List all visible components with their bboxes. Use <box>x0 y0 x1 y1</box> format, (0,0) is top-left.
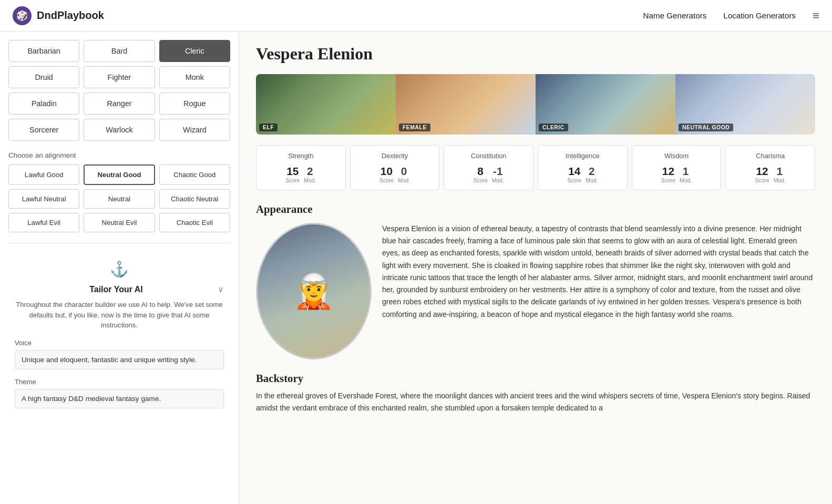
theme-input[interactable] <box>15 389 224 408</box>
stat-mod-label-strength: Mod. <box>304 178 316 183</box>
align-btn-chaotic-neutral[interactable]: Chaotic Neutral <box>159 189 230 209</box>
main-layout: BarbarianBardClericDruidFighterMonkPalad… <box>0 32 832 504</box>
stat-name-wisdom: Wisdom <box>636 152 717 160</box>
nav-location-generators[interactable]: Location Generators <box>723 11 796 20</box>
stat-mod-constitution: -1 <box>493 165 503 178</box>
image-badge-female-img: FEMALE <box>399 124 430 131</box>
theme-label: Theme <box>15 378 224 386</box>
class-btn-barbarian[interactable]: Barbarian <box>8 40 79 62</box>
appearance-section: Appearance 🧝 Vespera Elenion is a vision… <box>256 203 815 359</box>
stat-mod-label-intelligence: Mod. <box>586 178 598 183</box>
class-btn-druid[interactable]: Druid <box>8 66 79 88</box>
stat-score-constitution: 8 <box>477 165 484 178</box>
stat-card-dexterity: Dexterity10Score0Mod. <box>350 145 440 190</box>
image-badge-neutral-good-img: NEUTRAL GOOD <box>679 124 733 131</box>
stat-score-strength: 15 <box>286 165 299 178</box>
main-content: Vespera Elenion ELFFEMALECLERICNEUTRAL G… <box>239 32 832 504</box>
sidebar: BarbarianBardClericDruidFighterMonkPalad… <box>0 32 239 504</box>
backstory-section: Backstory In the ethereal groves of Ever… <box>256 372 815 414</box>
alignment-section: Choose an alignment Lawful GoodNeutral G… <box>8 151 230 232</box>
voice-label: Voice <box>15 339 224 347</box>
image-card-elf-img: ELF <box>256 74 396 135</box>
backstory-title: Backstory <box>256 372 815 385</box>
appearance-inner: 🧝 Vespera Elenion is a vision of etherea… <box>256 223 815 359</box>
class-btn-wizard[interactable]: Wizard <box>159 119 230 141</box>
align-btn-neutral-good[interactable]: Neutral Good <box>84 164 155 185</box>
stat-score-label-wisdom: Score <box>661 178 675 183</box>
image-card-female-img: FEMALE <box>396 74 536 135</box>
align-btn-neutral-evil[interactable]: Neutral Evil <box>84 213 155 232</box>
appearance-title: Appearance <box>256 203 815 215</box>
align-btn-lawful-neutral[interactable]: Lawful Neutral <box>8 189 79 209</box>
class-btn-ranger[interactable]: Ranger <box>84 92 155 115</box>
image-card-cleric-img: CLERIC <box>536 74 675 135</box>
stat-score-label-intelligence: Score <box>567 178 581 183</box>
alignment-label: Choose an alignment <box>8 151 230 159</box>
class-btn-fighter[interactable]: Fighter <box>84 66 155 88</box>
align-btn-chaotic-evil[interactable]: Chaotic Evil <box>159 213 230 232</box>
stat-name-dexterity: Dexterity <box>355 152 435 160</box>
align-btn-chaotic-good[interactable]: Chaotic Good <box>159 164 230 185</box>
stat-mod-strength: 2 <box>307 165 313 178</box>
stat-score-charisma: 12 <box>756 165 768 178</box>
navbar: 🎲 DndPlaybook Name Generators Location G… <box>0 0 832 32</box>
image-badge-elf-img: ELF <box>259 124 278 131</box>
align-btn-lawful-evil[interactable]: Lawful Evil <box>8 213 79 232</box>
stat-card-constitution: Constitution8Score-1Mod. <box>444 145 533 190</box>
stats-row: Strength15Score2Mod.Dexterity10Score0Mod… <box>256 145 815 190</box>
class-btn-rogue[interactable]: Rogue <box>159 92 230 115</box>
stat-mod-charisma: 1 <box>776 165 783 178</box>
ai-icon: ⚓ <box>15 260 224 278</box>
stat-name-charisma: Charisma <box>730 152 810 160</box>
align-btn-lawful-good[interactable]: Lawful Good <box>8 164 79 185</box>
tailor-description: Throughout the character builder we use … <box>15 300 224 331</box>
appearance-portrait: 🧝 <box>256 223 372 359</box>
stat-card-intelligence: Intelligence14Score2Mod. <box>538 145 628 190</box>
brand-icon: 🎲 <box>13 6 32 25</box>
image-card-neutral-good-img: NEUTRAL GOOD <box>675 74 815 135</box>
stat-card-strength: Strength15Score2Mod. <box>256 145 346 190</box>
image-cards: ELFFEMALECLERICNEUTRAL GOOD <box>256 74 815 135</box>
stat-score-label-dexterity: Score <box>379 178 394 183</box>
class-btn-sorcerer[interactable]: Sorcerer <box>8 119 79 141</box>
appearance-text: Vespera Elenion is a vision of ethereal … <box>382 223 815 359</box>
image-badge-cleric-img: CLERIC <box>539 124 568 131</box>
stat-mod-label-wisdom: Mod. <box>680 178 692 183</box>
class-btn-bard[interactable]: Bard <box>84 40 155 62</box>
stat-mod-dexterity: 0 <box>401 165 407 178</box>
tailor-section: ⚓ Tailor Your AI ∨ Throughout the charac… <box>8 254 230 423</box>
character-name: Vespera Elenion <box>256 44 815 64</box>
stat-name-intelligence: Intelligence <box>542 152 623 160</box>
stat-score-wisdom: 12 <box>662 165 674 178</box>
align-btn-neutral[interactable]: Neutral <box>84 189 155 209</box>
class-btn-monk[interactable]: Monk <box>159 66 230 88</box>
stat-score-label-constitution: Score <box>474 178 488 183</box>
voice-input[interactable] <box>15 350 224 369</box>
stat-mod-intelligence: 2 <box>589 165 595 178</box>
navbar-links: Name Generators Location Generators ≡ <box>643 9 819 23</box>
class-btn-warlock[interactable]: Warlock <box>84 119 155 141</box>
stat-score-label-charisma: Score <box>755 178 769 183</box>
hamburger-menu[interactable]: ≡ <box>813 9 819 23</box>
class-grid: BarbarianBardClericDruidFighterMonkPalad… <box>8 40 230 141</box>
stat-name-constitution: Constitution <box>448 152 529 160</box>
brand-name: DndPlaybook <box>37 9 104 22</box>
backstory-text: In the ethereal groves of Evershade Fore… <box>256 390 815 414</box>
stat-mod-wisdom: 1 <box>683 165 689 178</box>
stat-mod-label-charisma: Mod. <box>774 178 786 183</box>
class-btn-paladin[interactable]: Paladin <box>8 92 79 115</box>
tailor-chevron-icon[interactable]: ∨ <box>218 284 224 294</box>
alignment-grid: Lawful GoodNeutral GoodChaotic GoodLawfu… <box>8 164 230 232</box>
class-btn-cleric[interactable]: Cleric <box>159 40 230 62</box>
stat-card-charisma: Charisma12Score1Mod. <box>725 145 815 190</box>
stat-score-intelligence: 14 <box>568 165 580 178</box>
stat-score-label-strength: Score <box>285 178 300 183</box>
tailor-header: Tailor Your AI ∨ <box>15 284 224 294</box>
tailor-title: Tailor Your AI <box>15 285 218 294</box>
brand: 🎲 DndPlaybook <box>13 6 104 25</box>
stat-score-dexterity: 10 <box>381 165 393 178</box>
stat-name-strength: Strength <box>261 152 341 160</box>
nav-name-generators[interactable]: Name Generators <box>643 11 707 20</box>
divider <box>8 243 230 243</box>
stat-card-wisdom: Wisdom12Score1Mod. <box>632 145 722 190</box>
